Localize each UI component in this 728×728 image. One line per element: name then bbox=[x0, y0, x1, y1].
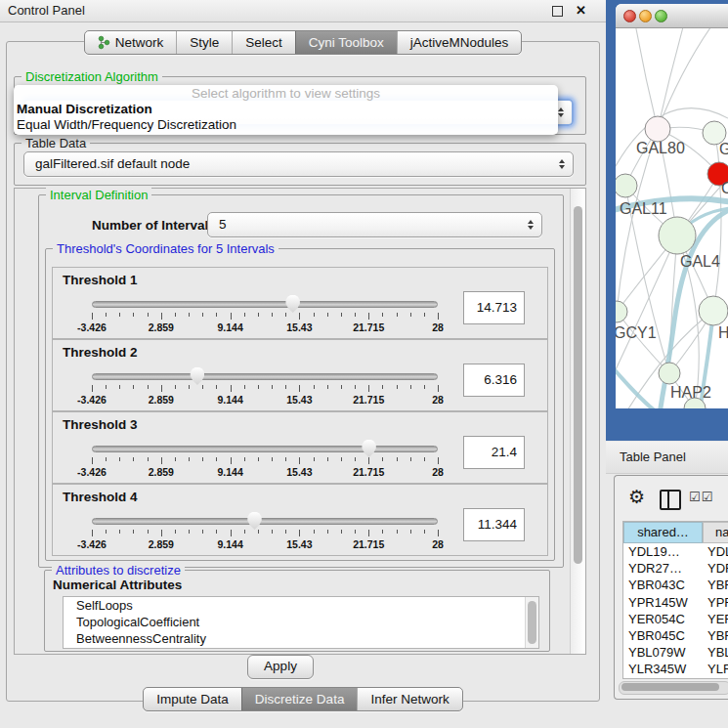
number-of-intervals-combobox[interactable]: 5 bbox=[207, 212, 542, 237]
node-gcy1[interactable] bbox=[616, 301, 627, 322]
attribute-item-selfloops[interactable]: SelfLoops bbox=[64, 597, 538, 614]
threshold-slider[interactable]: -3.4262.8599.14415.4321.71528 bbox=[86, 438, 444, 481]
tick-mark bbox=[92, 457, 93, 464]
split-columns-icon[interactable] bbox=[660, 490, 681, 510]
tick-mark bbox=[175, 385, 176, 389]
table-data-combobox-value: galFiltered.sif default node bbox=[35, 156, 190, 171]
close-icon[interactable]: ✕ bbox=[576, 0, 586, 21]
tick-mark bbox=[231, 457, 232, 464]
threshold-row: Threshold 1 -3.4262.8599.14415.4321.7152… bbox=[52, 267, 548, 339]
node-partial-low[interactable] bbox=[699, 296, 728, 325]
threshold-value-field[interactable]: 6.316 bbox=[463, 364, 525, 397]
attribute-item-topologicalcoefficient[interactable]: TopologicalCoefficient bbox=[64, 614, 538, 630]
tick-mark bbox=[314, 457, 315, 461]
threshold-label: Threshold 3 bbox=[63, 417, 138, 432]
tab-jactivemnodules[interactable]: jActiveMNodules bbox=[397, 31, 522, 54]
table-horizontal-scrollbar-thumb[interactable] bbox=[621, 683, 719, 691]
tab-select[interactable]: Select bbox=[232, 31, 295, 54]
node-gal80[interactable] bbox=[645, 116, 670, 142]
tick-label: 21.715 bbox=[353, 466, 384, 478]
table-row[interactable]: YDL19…YDL1 bbox=[623, 543, 728, 560]
close-traffic-light[interactable] bbox=[623, 10, 636, 22]
table-data-group-title: Table Data bbox=[21, 136, 90, 150]
threshold-value-field[interactable]: 21.4 bbox=[463, 436, 525, 469]
tick-mark bbox=[119, 530, 120, 534]
settings-scroll-area: Interval Definition Number of Intervals … bbox=[14, 188, 586, 655]
slider-scale: -3.4262.8599.14415.4321.71528 bbox=[92, 466, 438, 478]
table-row[interactable]: YER054CYER0 bbox=[623, 611, 728, 627]
tick-mark bbox=[438, 457, 439, 464]
node-gal4[interactable] bbox=[659, 217, 696, 254]
select-columns-checkboxes-icon[interactable]: ☑☑ bbox=[689, 490, 713, 504]
minimize-traffic-light[interactable] bbox=[639, 10, 652, 22]
label-gal4: GAL4 bbox=[680, 253, 720, 270]
algorithm-option-manual[interactable]: Manual Discretization bbox=[14, 102, 558, 117]
table-data-combobox[interactable]: galFiltered.sif default node bbox=[23, 151, 574, 177]
threshold-slider[interactable]: -3.4262.8599.14415.4321.71528 bbox=[86, 510, 444, 553]
tick-mark bbox=[327, 385, 328, 389]
threshold-row: Threshold 3 -3.4262.8599.14415.4321.7152… bbox=[52, 411, 548, 484]
tick-mark bbox=[161, 313, 162, 320]
slider-handle[interactable] bbox=[247, 512, 262, 530]
tab-label: Cyni Toolbox bbox=[309, 31, 384, 54]
label-hap2: HAP2 bbox=[670, 384, 711, 401]
node-hap2[interactable] bbox=[659, 363, 680, 384]
node-gal11[interactable] bbox=[616, 174, 637, 197]
tick-mark bbox=[341, 530, 342, 534]
tick-label: 15.43 bbox=[286, 466, 312, 478]
tick-mark bbox=[106, 457, 107, 461]
table-row[interactable]: YIL052CYIL0 bbox=[623, 678, 728, 680]
tab-impute-data[interactable]: Impute Data bbox=[144, 688, 241, 710]
threshold-slider[interactable]: -3.4262.8599.14415.4321.71528 bbox=[86, 365, 444, 408]
tick-mark bbox=[424, 313, 425, 317]
column-header-shared-name[interactable]: shared… bbox=[623, 522, 703, 543]
table-row[interactable]: YLR345WYLR3 bbox=[623, 661, 728, 677]
column-header-name[interactable]: na bbox=[703, 522, 728, 543]
float-window-icon[interactable] bbox=[552, 6, 563, 17]
network-canvas[interactable]: GAL80 G C GAL11 GAL4 GCY1 H HAP2 bbox=[616, 28, 728, 408]
slider-handle[interactable] bbox=[190, 367, 204, 385]
slider-handle[interactable] bbox=[362, 440, 376, 457]
tab-network[interactable]: Network bbox=[85, 31, 177, 54]
attributes-scrollbar[interactable] bbox=[525, 597, 538, 648]
apply-button[interactable]: Apply bbox=[247, 655, 314, 679]
table-row[interactable]: YBR043CYBR0 bbox=[623, 577, 728, 593]
tick-mark bbox=[327, 530, 328, 534]
table-cell: YLR3 bbox=[703, 661, 728, 677]
slider-scale: -3.4262.8599.14415.4321.71528 bbox=[92, 394, 438, 406]
algorithm-option-equal-width[interactable]: Equal Width/Frequency Discretization bbox=[14, 117, 558, 133]
slider-track[interactable] bbox=[92, 301, 438, 308]
tab-style[interactable]: Style bbox=[176, 31, 232, 54]
number-of-intervals-label: Number of Intervals bbox=[92, 218, 216, 233]
threshold-value-field[interactable]: 14.713 bbox=[463, 291, 525, 324]
tick-mark bbox=[424, 385, 425, 389]
zoom-traffic-light[interactable] bbox=[655, 10, 667, 22]
settings-scrollbar-thumb[interactable] bbox=[574, 206, 582, 564]
slider-track[interactable] bbox=[92, 518, 438, 525]
attribute-item-betweennesscentrality[interactable]: BetweennessCentrality bbox=[64, 630, 538, 647]
tick-mark bbox=[106, 530, 107, 534]
table-cell: YIL052C bbox=[623, 678, 703, 680]
table-row[interactable]: YPR145WYPR1 bbox=[623, 594, 728, 611]
tab-cyni-toolbox[interactable]: Cyni Toolbox bbox=[295, 31, 397, 54]
threshold-value-field[interactable]: 11.344 bbox=[463, 508, 525, 541]
table-row[interactable]: YDR27…YDR2 bbox=[623, 560, 728, 577]
network-view-window: GAL80 G C GAL11 GAL4 GCY1 H HAP2 bbox=[616, 4, 728, 408]
tick-mark bbox=[119, 457, 120, 461]
slider-handle[interactable] bbox=[285, 295, 300, 313]
table-row[interactable]: YBR045CYBR0 bbox=[623, 627, 728, 644]
tab-discretize-data[interactable]: Discretize Data bbox=[241, 688, 358, 710]
settings-scrollbar[interactable] bbox=[570, 189, 585, 654]
tick-label: -3.426 bbox=[77, 321, 107, 333]
table-row[interactable]: YBL079WYBL0 bbox=[623, 644, 728, 661]
tab-infer-network[interactable]: Infer Network bbox=[357, 688, 461, 710]
slider-track[interactable] bbox=[92, 446, 438, 452]
attributes-scrollbar-thumb[interactable] bbox=[528, 601, 536, 644]
tick-mark bbox=[133, 530, 134, 534]
table-cell: YDR27… bbox=[623, 560, 703, 577]
slider-track[interactable] bbox=[92, 373, 438, 380]
threshold-slider[interactable]: -3.4262.8599.14415.4321.71528 bbox=[86, 293, 444, 336]
table-horizontal-scrollbar[interactable] bbox=[619, 681, 728, 695]
gear-icon[interactable]: ⚙ bbox=[628, 486, 645, 509]
tick-mark bbox=[314, 385, 315, 389]
